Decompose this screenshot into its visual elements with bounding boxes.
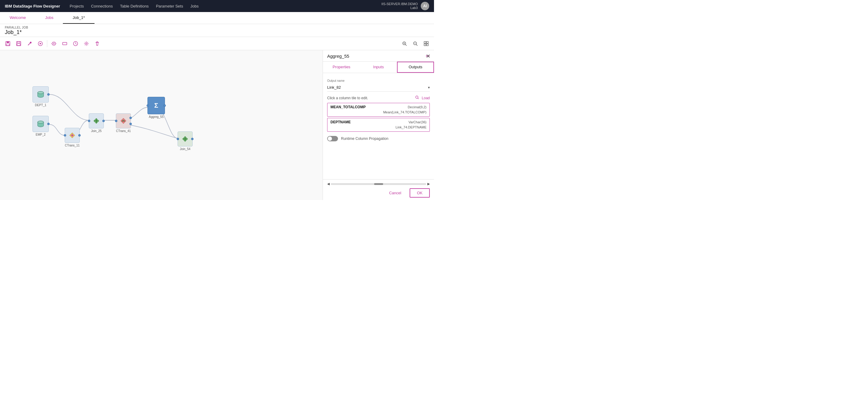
join25-icon — [92, 117, 100, 125]
close-panel-button[interactable]: ✕ — [422, 50, 434, 62]
ok-button[interactable]: OK — [410, 188, 430, 198]
node-emp2-box[interactable] — [32, 116, 49, 132]
ctrans11-input-dot — [64, 134, 66, 137]
node-dept1-box[interactable] — [32, 86, 49, 103]
top-nav: IBM DataStage Flow Designer Projects Con… — [0, 0, 434, 12]
nav-table-definitions[interactable]: Table Definitions — [120, 4, 149, 8]
wrench-button[interactable] — [24, 38, 35, 49]
emp2-icon — [36, 120, 45, 128]
panel-tabs: Properties Inputs Outputs — [323, 62, 434, 73]
nav-projects[interactable]: Projects — [69, 4, 84, 8]
ctrans41-icon — [120, 117, 127, 125]
job-title: Job_1* — [5, 29, 429, 35]
svg-point-17 — [38, 92, 44, 94]
dropdown-arrow-icon: ▾ — [428, 86, 430, 90]
join54-output-dot — [191, 138, 193, 140]
tab-outputs[interactable]: Outputs — [397, 62, 434, 73]
svg-rect-15 — [427, 44, 428, 46]
output-name-field[interactable]: Link_82 ▾ — [327, 83, 430, 92]
svg-marker-22 — [121, 118, 126, 124]
job-type-label: PARALLEL JOB — [5, 26, 429, 29]
node-join25-box[interactable] — [89, 113, 104, 128]
dept1-icon — [36, 90, 45, 99]
column-search-icon[interactable] — [415, 95, 419, 100]
ctrans11-output-dot — [78, 134, 81, 137]
tab-welcome[interactable]: Welcome — [0, 12, 35, 24]
right-panel: ✕ Aggreg_55 ✏ Properties Inputs Outputs … — [323, 50, 434, 200]
delete-button[interactable] — [92, 38, 103, 49]
node-emp2[interactable]: EMP_2 — [32, 116, 49, 136]
clock-button[interactable] — [70, 38, 81, 49]
nav-jobs[interactable]: Jobs — [190, 4, 198, 8]
nav-parameter-sets[interactable]: Parameter Sets — [156, 4, 183, 8]
col-name-1: MEAN_TOTALCOMP — [331, 105, 366, 109]
rect-button[interactable] — [59, 38, 70, 49]
col-type-2: VarChar(36) — [408, 120, 427, 124]
ctrans41-label: CTrans_41 — [116, 129, 131, 133]
dept1-label: DEPT_1 — [35, 103, 46, 107]
gear-button[interactable] — [81, 38, 92, 49]
fit-button[interactable] — [421, 38, 432, 49]
col-type-1: Decimal(9,2) — [408, 105, 427, 109]
load-button[interactable]: Load — [422, 96, 430, 100]
output-name-label: Output name — [327, 79, 430, 82]
node-aggreg55[interactable]: Σ Aggreg_55 — [148, 97, 165, 119]
gear-icon — [84, 41, 89, 46]
node-dept1[interactable]: DEPT_1 — [32, 86, 49, 107]
avatar[interactable]: AI — [421, 2, 429, 10]
column-row-deptname[interactable]: DEPTNAME VarChar(36) Link_74.DEPTNAME — [327, 118, 430, 132]
cancel-button[interactable]: Cancel — [384, 188, 407, 198]
arrow-icon — [51, 41, 57, 46]
scroll-right-icon[interactable]: ▶ — [427, 182, 430, 186]
runtime-column-propagation-toggle[interactable] — [327, 136, 338, 141]
node-ctrans11[interactable]: CTrans_11 — [65, 128, 80, 147]
zoom-in-icon — [402, 41, 407, 46]
svg-point-19 — [38, 121, 44, 123]
nav-connections[interactable]: Connections — [91, 4, 113, 8]
aggreg55-sigma: Σ — [154, 102, 158, 109]
canvas[interactable]: DEPT_1 EMP_2 — [0, 50, 323, 200]
zoom-out-button[interactable] — [410, 38, 421, 49]
scroll-left-icon[interactable]: ◀ — [327, 182, 330, 186]
panel-body: Output name Link_82 ▾ Click a column til… — [323, 73, 434, 179]
node-ctrans11-box[interactable] — [65, 128, 80, 143]
ctrans41-input-dot — [115, 120, 117, 122]
join54-label: Join_54 — [180, 147, 190, 151]
floppy-button[interactable] — [13, 38, 24, 49]
node-ctrans41[interactable]: CTrans_41 — [116, 113, 131, 133]
save-button[interactable] — [2, 38, 13, 49]
column-hint: Click a column tile to edit. Load — [327, 95, 430, 100]
svg-rect-14 — [424, 44, 426, 46]
run-icon — [38, 41, 43, 46]
svg-rect-2 — [6, 44, 9, 45]
tab-job1[interactable]: Job_1* — [63, 12, 94, 24]
tab-bar: Welcome Jobs Job_1* — [0, 12, 434, 24]
emp2-label: EMP_2 — [36, 133, 46, 136]
column-row-mean-totalcomp[interactable]: MEAN_TOTALCOMP Decimal(9,2) Mean(Link_74… — [327, 103, 430, 117]
wrench-icon — [27, 41, 32, 46]
node-join54-box[interactable] — [178, 131, 193, 146]
join25-input-dot — [88, 120, 90, 122]
aggreg55-label: Aggreg_55 — [149, 115, 164, 119]
scroll-thumb — [374, 183, 383, 185]
dept1-output-dot — [47, 93, 50, 96]
node-ctrans41-box[interactable] — [116, 113, 131, 128]
save-icon — [5, 41, 10, 46]
delete-icon — [94, 41, 100, 46]
node-join54[interactable]: Join_54 — [178, 131, 193, 151]
tab-properties[interactable]: Properties — [323, 62, 360, 73]
aggreg55-output-dot — [163, 104, 166, 107]
scroll-track[interactable] — [331, 183, 426, 185]
panel-header: Aggreg_55 ✏ — [323, 50, 434, 62]
nav-left: IBM DataStage Flow Designer Projects Con… — [5, 4, 199, 8]
ctrans11-label: CTrans_11 — [65, 144, 80, 147]
scroll-bar-row: ◀ ▶ — [327, 182, 430, 186]
tab-inputs[interactable]: Inputs — [360, 62, 397, 73]
arrow-button[interactable] — [49, 38, 59, 49]
node-join25[interactable]: Join_25 — [89, 113, 104, 133]
zoom-in-button[interactable] — [399, 38, 410, 49]
svg-rect-12 — [424, 41, 426, 43]
node-aggreg55-box[interactable]: Σ — [148, 97, 165, 114]
tab-jobs[interactable]: Jobs — [35, 12, 63, 24]
run-button[interactable] — [35, 38, 46, 49]
